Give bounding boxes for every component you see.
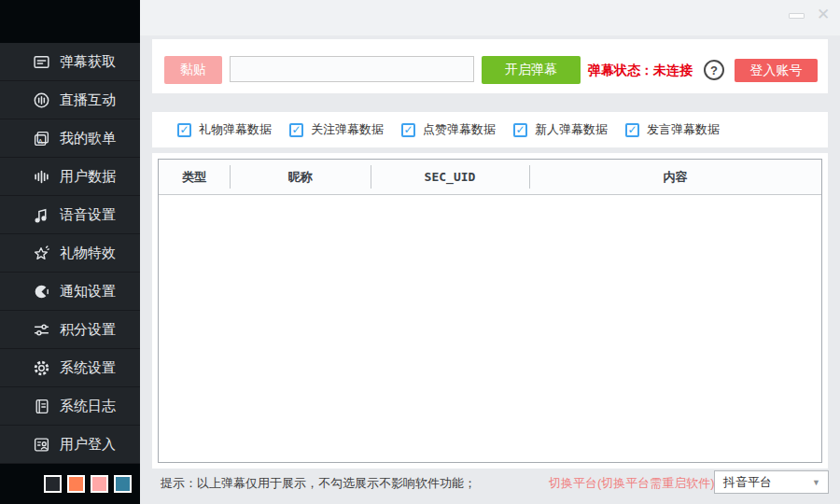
theme-swatch-teal[interactable] — [114, 475, 132, 493]
minimize-button[interactable] — [789, 13, 805, 19]
table-body[interactable] — [159, 195, 821, 462]
sidebar-item-notification-settings[interactable]: 通知设置 — [0, 273, 140, 311]
help-icon[interactable]: ? — [704, 60, 724, 80]
connection-panel: 黏贴 开启弹幕 弹幕状态：未连接 ? 登入账号 — [152, 39, 828, 93]
table-header: 类型 昵称 SEC_UID 内容 — [159, 160, 821, 195]
sidebar-item-label: 通知设置 — [60, 283, 116, 301]
switch-platform-link[interactable]: 切换平台(切换平台需重启软件) — [549, 475, 715, 492]
sidebar-item-label: 系统日志 — [60, 398, 116, 415]
filter-label: 新人弹幕数据 — [535, 121, 608, 138]
sidebar-item-live-interact[interactable]: 直播互动 — [0, 81, 140, 119]
danmaku-status: 弹幕状态：未连接 — [588, 56, 693, 84]
filter-label: 发言弹幕数据 — [647, 121, 720, 138]
filter-chat-danmaku[interactable]: 发言弹幕数据 — [625, 112, 720, 147]
danmaku-fetch-icon — [33, 53, 50, 71]
log-icon — [33, 398, 50, 415]
filter-label: 点赞弹幕数据 — [423, 121, 496, 138]
footer-tip-text: 提示：以上弹幕仅用于展示，不勾选展示不影响软件功能； — [161, 475, 476, 492]
close-button[interactable]: ✕ — [815, 5, 832, 25]
checkbox-checked-icon[interactable] — [513, 123, 527, 137]
theme-swatch-orange[interactable] — [67, 475, 85, 493]
sidebar-item-user-data[interactable]: 用户数据 — [0, 158, 140, 196]
sidebar-item-label: 用户登入 — [60, 436, 116, 454]
sidebar-item-danmaku-fetch[interactable]: 弹幕获取 — [0, 43, 140, 81]
checkbox-checked-icon[interactable] — [177, 123, 191, 137]
sidebar-item-user-login[interactable]: 用户登入 — [0, 426, 140, 464]
sidebar-item-label: 积分设置 — [60, 321, 116, 339]
checkbox-checked-icon[interactable] — [625, 123, 639, 137]
sidebar-item-system-log[interactable]: 系统日志 — [0, 387, 140, 426]
voice-settings-icon — [33, 206, 50, 224]
platform-select-value: 抖音平台 — [723, 474, 772, 491]
sidebar: 弹幕获取 直播互动 A 我的歌单 — [0, 0, 140, 504]
theme-swatch-pink[interactable] — [91, 475, 108, 493]
sidebar-item-voice-settings[interactable]: 语音设置 — [0, 196, 140, 234]
theme-swatch-dark[interactable] — [44, 475, 62, 493]
filter-like-danmaku[interactable]: 点赞弹幕数据 — [401, 112, 496, 147]
sidebar-item-label: 我的歌单 — [60, 130, 116, 147]
start-danmaku-button[interactable]: 开启弹幕 — [482, 56, 581, 84]
column-header-content: 内容 — [529, 160, 821, 194]
filter-newcomer-danmaku[interactable]: 新人弹幕数据 — [513, 112, 608, 147]
platform-select[interactable]: 抖音平台 — [714, 470, 829, 494]
checkbox-checked-icon[interactable] — [289, 123, 303, 137]
sidebar-item-label: 直播互动 — [60, 91, 116, 109]
sidebar-menu: 弹幕获取 直播互动 A 我的歌单 — [0, 43, 140, 464]
playlist-icon: A — [33, 130, 50, 147]
sidebar-item-label: 弹幕获取 — [60, 53, 116, 71]
filter-gift-danmaku[interactable]: 礼物弹幕数据 — [177, 112, 272, 147]
points-icon — [33, 321, 50, 339]
sidebar-item-playlist[interactable]: A 我的歌单 — [0, 119, 140, 158]
live-interact-icon — [33, 91, 50, 109]
danmaku-table-panel: 类型 昵称 SEC_UID 内容 — [152, 153, 828, 469]
paste-button[interactable]: 黏贴 — [164, 56, 222, 84]
filter-panel: 礼物弹幕数据 关注弹幕数据 点赞弹幕数据 新人弹幕数据 发言弹幕数据 — [152, 112, 828, 147]
column-header-sec-uid: SEC_UID — [371, 160, 529, 194]
login-account-button[interactable]: 登入账号 — [735, 59, 818, 82]
column-header-nickname: 昵称 — [230, 160, 371, 194]
user-data-icon — [33, 168, 50, 186]
theme-swatch-bar — [0, 464, 140, 504]
app-window: 弹幕获取 直播互动 A 我的歌单 — [0, 0, 840, 504]
sidebar-item-label: 礼物特效 — [60, 245, 116, 262]
sidebar-item-points-settings[interactable]: 积分设置 — [0, 311, 140, 349]
filter-label: 关注弹幕数据 — [311, 121, 384, 138]
sidebar-item-label: 用户数据 — [60, 168, 116, 186]
sidebar-item-label: 系统设置 — [60, 359, 116, 377]
sidebar-logo-area — [0, 0, 140, 43]
danmaku-table: 类型 昵称 SEC_UID 内容 — [158, 159, 822, 463]
checkbox-checked-icon[interactable] — [401, 123, 415, 137]
sidebar-item-gift-effects[interactable]: 礼物特效 — [0, 234, 140, 273]
gift-effects-icon — [33, 245, 50, 262]
sidebar-item-label: 语音设置 — [60, 206, 116, 224]
column-header-type: 类型 — [159, 160, 230, 194]
user-login-icon — [33, 436, 50, 454]
svg-text:A: A — [38, 136, 43, 145]
titlebar: ✕ — [140, 0, 840, 35]
gear-icon — [33, 359, 50, 377]
notification-icon — [33, 283, 50, 301]
room-url-input[interactable] — [230, 56, 474, 82]
filter-follow-danmaku[interactable]: 关注弹幕数据 — [289, 112, 384, 147]
filter-label: 礼物弹幕数据 — [199, 121, 272, 138]
sidebar-item-system-settings[interactable]: 系统设置 — [0, 349, 140, 387]
